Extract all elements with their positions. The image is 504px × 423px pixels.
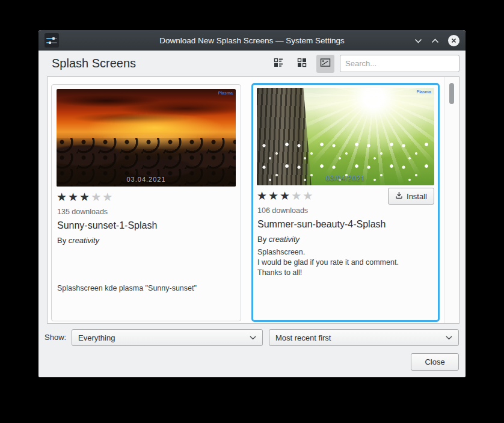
sort-selected-value: Most recent first: [275, 333, 331, 342]
minimize-button[interactable]: [414, 35, 422, 46]
scrollbar-thumb[interactable]: [449, 83, 454, 104]
vertical-scrollbar[interactable]: [444, 77, 459, 323]
entry-author-line: By creativity: [57, 236, 236, 245]
chevron-down-icon: [414, 35, 422, 46]
chevron-down-icon: [250, 336, 256, 340]
image-corner-label: Plasma: [218, 91, 233, 95]
downloads-count: 106 downloads: [257, 206, 434, 215]
splash-preview-image: Plasma 03/04/2021: [257, 88, 434, 185]
category-filter-dropdown[interactable]: Everything: [72, 329, 263, 346]
window-title: Download New Splash Screens — System Set…: [38, 36, 466, 45]
entry-title: Sunny-sunset-1-Splash: [57, 220, 236, 231]
image-corner-label: Plasma: [416, 90, 431, 94]
close-dialog-button[interactable]: Close: [411, 353, 459, 371]
install-button[interactable]: Install: [388, 188, 434, 205]
author-name[interactable]: creativity: [269, 235, 300, 244]
download-icon: [395, 191, 403, 201]
entry-title: Summer-sun-beauty-4-Splash: [257, 219, 434, 230]
downloads-count: 135 downloads: [57, 208, 236, 216]
chevron-down-icon: [446, 336, 452, 340]
system-settings-app-icon: [45, 33, 59, 48]
image-watermark: 03/04/2021: [257, 174, 434, 182]
show-filter-label: Show:: [45, 333, 66, 342]
entry-author-line: By creativity: [257, 235, 434, 244]
tiles-view-button[interactable]: [293, 55, 311, 73]
close-icon: [451, 35, 456, 46]
splash-preview-image: Plasma 03.04.2021: [57, 89, 236, 187]
author-name[interactable]: creativity: [69, 236, 99, 245]
titlebar[interactable]: Download New Splash Screens — System Set…: [38, 30, 466, 51]
header: Splash Screens: [38, 51, 466, 76]
sort-order-dropdown[interactable]: Most recent first: [269, 329, 459, 346]
image-watermark: 03.04.2021: [57, 176, 236, 183]
search-input[interactable]: [340, 55, 459, 72]
details-view-button[interactable]: [269, 55, 287, 73]
entry-description: Splashscreen. I would be glad if you rat…: [257, 247, 434, 278]
entry-description: Splashscreen kde plasma "Sunny-sunset": [57, 283, 236, 294]
preview-view-button[interactable]: [316, 55, 334, 73]
close-window-button[interactable]: [448, 35, 459, 46]
page-title: Splash Screens: [52, 57, 136, 70]
rating-stars: ★★★★★: [257, 190, 314, 202]
view-mode-buttons: [264, 55, 459, 73]
chevron-up-icon: [431, 35, 439, 46]
image-preview-icon: [320, 58, 331, 70]
entry-card-summer-sun-beauty[interactable]: Plasma 03/04/2021 ★★★★★ Install 106: [251, 83, 440, 322]
details-view-icon: [274, 58, 283, 70]
filter-selected-value: Everything: [78, 333, 115, 342]
maximize-button[interactable]: [431, 35, 439, 46]
rating-stars: ★★★★★: [57, 191, 114, 203]
close-button-label: Close: [425, 357, 444, 366]
entry-card-sunny-sunset[interactable]: Plasma 03.04.2021 ★★★★★ 135 downloads Su…: [51, 84, 241, 321]
entries-scroll-area[interactable]: Plasma 03.04.2021 ★★★★★ 135 downloads Su…: [47, 76, 459, 324]
dialog-window: Download New Splash Screens — System Set…: [38, 30, 466, 377]
tiles-view-icon: [297, 58, 307, 70]
install-button-label: Install: [407, 192, 427, 201]
